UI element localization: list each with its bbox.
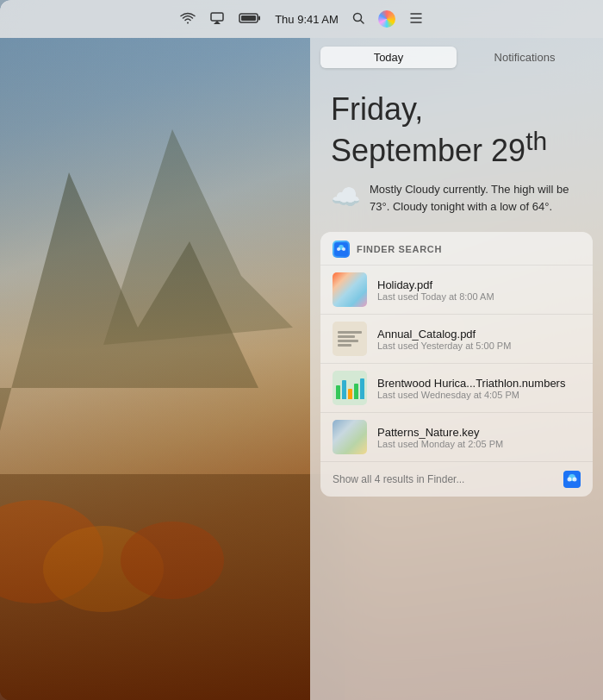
svg-point-19 <box>337 247 340 251</box>
siri-icon[interactable] <box>378 10 395 28</box>
menubar: Thu 9:41 AM <box>0 0 603 38</box>
finder-file-2[interactable]: Annual_Catalog.pdf Last used Yesterday a… <box>320 314 593 363</box>
svg-point-4 <box>0 500 103 603</box>
file-info-triathlon: Brentwood Hurica...Triathlon.numbers Las… <box>377 377 581 400</box>
finder-file-1[interactable]: Holiday.pdf Last used Today at 8:00 AM <box>320 265 593 314</box>
menubar-time: Thu 9:41 AM <box>275 13 339 26</box>
file-info-holiday: Holiday.pdf Last used Today at 8:00 AM <box>377 278 581 302</box>
file-name-triathlon: Brentwood Hurica...Triathlon.numbers <box>377 377 581 390</box>
svg-rect-11 <box>258 16 260 20</box>
file-info-patterns: Patterns_Nature.key Last used Monday at … <box>377 426 581 449</box>
file-thumb-patterns <box>333 420 367 454</box>
svg-rect-3 <box>0 474 345 700</box>
battery-icon <box>239 12 261 27</box>
file-meta-holiday: Last used Today at 8:00 AM <box>377 291 581 302</box>
finder-logo <box>333 241 350 258</box>
file-info-catalog: Annual_Catalog.pdf Last used Yesterday a… <box>377 328 581 351</box>
finder-title: FINDER SEARCH <box>357 244 442 254</box>
tab-notifications[interactable]: Notifications <box>457 47 593 68</box>
show-all-row[interactable]: Show all 4 results in Finder... <box>320 461 593 497</box>
show-all-text: Show all 4 results in Finder... <box>333 473 464 485</box>
show-all-finder-icon <box>563 471 581 488</box>
weather-description: Mostly Cloudy currently. The high will b… <box>370 181 582 215</box>
file-name-catalog: Annual_Catalog.pdf <box>377 328 581 341</box>
search-icon[interactable] <box>352 12 364 27</box>
notification-center-icon[interactable] <box>409 12 423 27</box>
date-line2: September 29th <box>331 127 582 168</box>
weather-cloud-icon: ☁️ <box>331 183 361 211</box>
file-meta-catalog: Last used Yesterday at 5:00 PM <box>377 341 581 351</box>
svg-point-20 <box>342 247 345 251</box>
file-meta-triathlon: Last used Wednesday at 4:05 PM <box>377 390 581 400</box>
weather-section: ☁️ Mostly Cloudy currently. The high wil… <box>310 181 603 232</box>
svg-rect-10 <box>241 16 256 21</box>
finder-search-widget: FINDER SEARCH Holiday.pdf Last used Toda… <box>320 232 593 497</box>
svg-marker-1 <box>0 172 258 431</box>
svg-point-24 <box>573 478 577 482</box>
notification-panel: Today Notifications Friday, September 29… <box>310 38 603 700</box>
date-suffix: th <box>525 127 547 155</box>
wifi-icon <box>180 12 196 27</box>
finder-header: FINDER SEARCH <box>320 232 593 265</box>
file-thumb-catalog <box>333 322 367 356</box>
date-line1: Friday, <box>331 92 582 127</box>
svg-rect-8 <box>211 13 223 21</box>
svg-marker-2 <box>103 129 293 345</box>
date-section: Friday, September 29th <box>310 75 603 181</box>
svg-point-6 <box>121 522 224 599</box>
finder-file-3[interactable]: Brentwood Hurica...Triathlon.numbers Las… <box>320 363 593 412</box>
file-thumb-triathlon <box>333 371 367 405</box>
file-name-holiday: Holiday.pdf <box>377 278 581 291</box>
finder-file-4[interactable]: Patterns_Nature.key Last used Monday at … <box>320 412 593 461</box>
file-meta-patterns: Last used Monday at 2:05 PM <box>377 439 581 449</box>
svg-point-5 <box>43 526 164 612</box>
file-thumb-holiday <box>333 272 367 307</box>
airplay-icon <box>209 12 225 27</box>
tab-today[interactable]: Today <box>320 47 457 68</box>
file-name-patterns: Patterns_Nature.key <box>377 426 581 439</box>
svg-point-23 <box>568 478 572 482</box>
svg-line-13 <box>360 20 364 23</box>
tab-bar: Today Notifications <box>310 38 603 75</box>
